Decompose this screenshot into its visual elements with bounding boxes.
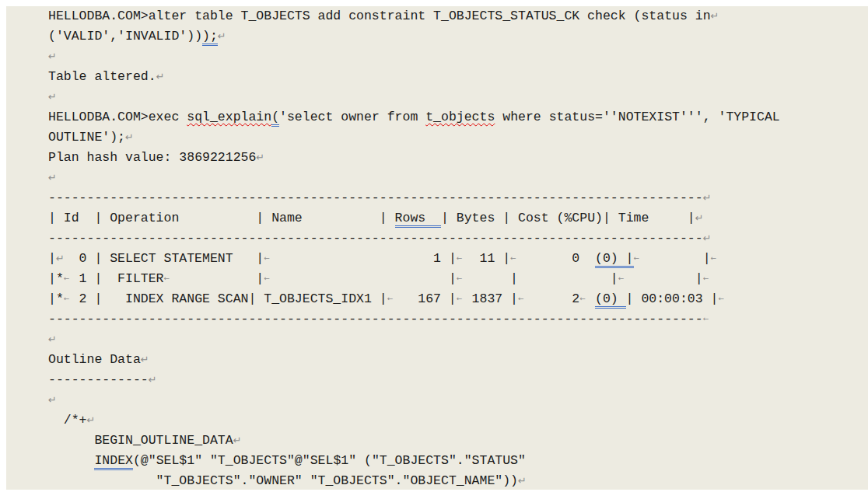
tab-mark-icon: ← bbox=[634, 248, 642, 268]
tab-mark-icon: ← bbox=[264, 248, 271, 268]
tab-mark-icon: ← bbox=[518, 288, 526, 309]
text-line: | Id | Operation | Name | Rows | Bytes |… bbox=[48, 208, 868, 229]
text-line: OUTLINE');↵ bbox=[48, 127, 868, 148]
text-line: ----------------------------------------… bbox=[48, 229, 868, 249]
tab-mark-icon: ← bbox=[457, 248, 464, 268]
text-line: ↵ bbox=[48, 168, 868, 188]
return-mark-icon: ↵ bbox=[256, 148, 264, 168]
document-text: HELLODBA.COM>alter table T_OBJECTS add c… bbox=[6, 6, 868, 491]
return-mark-icon: ↵ bbox=[48, 47, 56, 67]
tab-mark-icon: ← bbox=[618, 268, 626, 288]
return-mark-icon: ↵ bbox=[703, 188, 711, 208]
text-line: -------------↵ bbox=[48, 370, 868, 390]
text-line: |↵ 0 | SELECT STATEMENT |← 1 |← 11 |← 0 … bbox=[48, 249, 868, 269]
return-mark-icon: ↵ bbox=[149, 370, 156, 390]
text-line: ↵ bbox=[48, 330, 868, 350]
tab-mark-icon: ← bbox=[164, 268, 172, 288]
return-mark-icon: ↵ bbox=[56, 249, 64, 269]
text-line: "T_OBJECTS"."OWNER" "T_OBJECTS"."OBJECT_… bbox=[48, 471, 868, 491]
return-mark-icon: ↵ bbox=[48, 330, 56, 350]
grammar-underline: (0) | bbox=[595, 251, 634, 268]
return-mark-icon: ↵ bbox=[48, 390, 56, 410]
return-mark-icon: ↵ bbox=[48, 87, 56, 107]
text-line: ↵ bbox=[48, 87, 868, 107]
text-line: ↵ bbox=[48, 390, 868, 410]
text-line: Outline Data↵ bbox=[48, 350, 868, 370]
tab-mark-icon: ← bbox=[579, 288, 587, 309]
return-mark-icon: ↵ bbox=[48, 168, 56, 188]
grammar-underline: (0) bbox=[595, 291, 626, 309]
text-line: INDEX(@"SEL$1" "T_OBJECTS"@"SEL$1" ("T_O… bbox=[48, 451, 868, 471]
tab-mark-icon: ← bbox=[64, 288, 72, 309]
grammar-underline: INDEX bbox=[94, 453, 133, 470]
tab-mark-icon: ← bbox=[264, 268, 271, 288]
return-mark-icon: ↵ bbox=[518, 471, 526, 491]
tab-mark-icon: ← bbox=[718, 288, 726, 309]
return-mark-icon: ↵ bbox=[87, 410, 95, 431]
tab-mark-icon: ← bbox=[703, 268, 711, 288]
return-mark-icon: ↵ bbox=[233, 431, 241, 451]
screenshot-root: { "document": { "background_color": "#ed… bbox=[0, 0, 868, 499]
text-line: ('VALID','INVALID')));↵ bbox=[48, 26, 868, 47]
return-mark-icon: ↵ bbox=[218, 26, 226, 47]
text-line: Plan hash value: 3869221256↵ bbox=[48, 148, 868, 168]
return-mark-icon: ↵ bbox=[125, 127, 133, 148]
text-line: HELLODBA.COM>alter table T_OBJECTS add c… bbox=[48, 6, 868, 26]
grammar-underline: ); bbox=[202, 29, 218, 46]
return-mark-icon: ↵ bbox=[703, 229, 711, 249]
tab-mark-icon: ← bbox=[711, 248, 719, 268]
spellcheck-underline: sql_explain bbox=[187, 110, 271, 124]
grammar-underline: Rows bbox=[395, 211, 441, 228]
tab-mark-icon: ← bbox=[510, 248, 518, 268]
text-line: ----------------------------------------… bbox=[48, 309, 868, 330]
text-line: |*← 2 | INDEX RANGE SCAN| T_OBJECTS_IDX1… bbox=[48, 289, 868, 309]
tab-mark-icon: ← bbox=[703, 309, 711, 329]
text-line: /*+↵ bbox=[48, 410, 868, 431]
tab-mark-icon: ← bbox=[387, 288, 395, 309]
return-mark-icon: ↵ bbox=[695, 208, 703, 229]
text-line: Table altered.↵ bbox=[48, 67, 868, 87]
text-line: |*← 1 | FILTER← |← |← | |← |← bbox=[48, 269, 868, 289]
text-line: HELLODBA.COM>exec sql_explain('select ow… bbox=[48, 107, 868, 127]
tab-mark-icon: ← bbox=[457, 288, 464, 309]
return-mark-icon: ↵ bbox=[141, 350, 149, 370]
tab-mark-icon: ← bbox=[457, 268, 464, 288]
grammar-underline: ( bbox=[271, 110, 279, 127]
word-document-page: HELLODBA.COM>alter table T_OBJECTS add c… bbox=[6, 6, 868, 490]
text-line: ↵ bbox=[48, 47, 868, 67]
return-mark-icon: ↵ bbox=[156, 67, 164, 87]
text-line: BEGIN_OUTLINE_DATA↵ bbox=[48, 431, 868, 451]
spellcheck-underline: t_objects bbox=[425, 110, 495, 124]
text-line: ----------------------------------------… bbox=[48, 188, 868, 208]
tab-mark-icon: ← bbox=[64, 268, 72, 288]
return-mark-icon: ↵ bbox=[711, 6, 719, 26]
